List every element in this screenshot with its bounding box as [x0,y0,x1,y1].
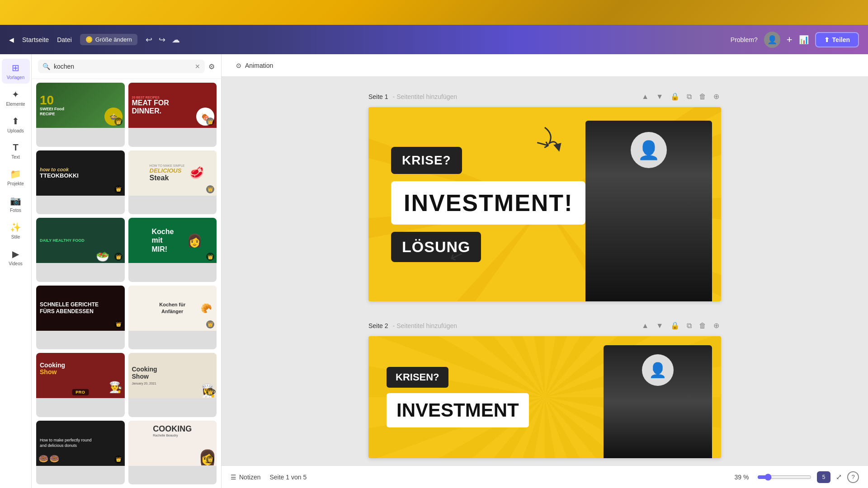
page-2-add[interactable]: ⊕ [712,319,721,332]
back-icon: ◀ [9,36,14,43]
sidebar-icons: ⊞ Vorlagen ✦ Elemente ⬆ Uploads T Text 📁… [0,54,32,488]
home-button[interactable]: Startseite [22,36,49,43]
sidebar-item-videos[interactable]: ▶ Videos [2,245,30,270]
file-button[interactable]: Datei [57,36,72,43]
page-section-1: Seite 1 - Seitentitel hinzufügen ▲ ▼ 🔒 ⧉… [368,90,721,301]
page-1-copy[interactable]: ⧉ [685,91,693,103]
add-collaborator-button[interactable]: + [787,34,793,46]
header-right: Problem? 👤 + 📊 ⬆ Teilen [731,32,859,48]
sidebar-item-elemente[interactable]: ✦ Elemente [2,85,30,110]
template-card-2[interactable]: 20 BEST RECIPES MEAT FORDINNER. 🍖 👑 [128,83,217,147]
bubble-krisen: KRISEN? [387,367,448,388]
pro-badge-9: PRO [72,389,89,395]
share-button[interactable]: ⬆ Teilen [815,32,859,47]
undo-button[interactable]: ↩ [146,35,152,45]
page-2-actions: ▲ ▼ 🔒 ⧉ 🗑 ⊕ [640,319,721,332]
slide1-layout: KRISE? INVESTMENT! LÖSUNG ↙ ↘ 👤 [368,107,721,301]
canvas-slide-1[interactable]: KRISE? INVESTMENT! LÖSUNG ↙ ↘ 👤 [368,107,721,301]
bubble-krise: KRISE? [391,147,462,174]
template-card-1[interactable]: 10 SWEEt FoodRECIPE 🍲 👑 [36,83,125,147]
header-actions: ↩ ↪ ☁ [146,35,180,45]
template-card-3[interactable]: how to cook TTEOKBOKKI 👑 [36,150,125,215]
search-clear-button[interactable]: ✕ [195,63,200,70]
template-card-6[interactable]: KochemitMIR! 👩 👑 [128,218,217,282]
template-card-10[interactable]: CookingShow January 20, 2021 👩‍🍳 👑 [128,353,217,417]
left-panel: 🔍 ✕ ⚙ 10 SWEEt FoodRECIPE 🍲 👑 [32,54,222,488]
page-1-collapse-up[interactable]: ▲ [640,91,651,103]
resize-button[interactable]: 🪙 Größe ändern [80,34,137,45]
template-card-4[interactable]: HOW TO MAKE SIMPLE DELICIOUS Steak 🥩 👑 [128,150,217,215]
sidebar-item-fotos[interactable]: 📷 Fotos [2,192,30,216]
sidebar-item-text[interactable]: T Text [2,139,30,163]
bottom-toolbar: ☰ Notizen Seite 1 von 5 39 % 5 ⤢ ? [222,465,868,488]
animation-button[interactable]: ⊙ Animation [231,59,278,72]
videos-icon: ▶ [12,249,19,259]
page-2-delete[interactable]: 🗑 [697,320,708,332]
page-2-lock[interactable]: 🔒 [669,319,681,332]
canvas-slide-2[interactable]: KRISEN? INVESTMENT 👤 [368,336,721,458]
fullscreen-button[interactable]: ⤢ [836,473,842,481]
elemente-label: Elemente [6,102,25,107]
crown-badge-8: 👑 [206,320,214,328]
crown-badge-1: 👑 [114,117,123,126]
user-avatar[interactable]: 👤 [764,32,780,48]
page-2-copy[interactable]: ⧉ [685,320,693,332]
slide1-person: 👤 [608,107,721,301]
zoom-percentage: 39 % [731,474,752,481]
problem-button[interactable]: Problem? [731,36,758,43]
slide1-text-area: KRISE? INVESTMENT! LÖSUNG ↙ ↘ [368,129,608,280]
crown-badge-4: 👑 [206,185,214,193]
template-card-9[interactable]: CookingShow 👨‍🍳 PRO [36,353,125,417]
text-icon: T [13,142,18,153]
template-card-11[interactable]: How to make perfectly roundand delicious… [36,421,125,485]
template-card-7[interactable]: SCHNELLE GERICHTEFÜRS ABENDESSEN 👑 [36,286,125,350]
template-card-12[interactable]: 👩 COOKING Rachelle Beaudry 👑 [128,421,217,485]
template-card-5[interactable]: DAILY HEALTHY FOOD 🥗 👑 [36,218,125,282]
projekte-icon: 📁 [10,169,21,179]
template-card-8[interactable]: Kochen fürAnfänger 🥐 👑 [128,286,217,350]
sidebar-item-stile[interactable]: ✨ Stile [2,218,30,243]
resize-icon: 🪙 [85,36,93,43]
page-section-2: Seite 2 - Seitentitel hinzufügen ▲ ▼ 🔒 ⧉… [368,319,721,458]
vorlagen-icon: ⊞ [12,62,19,73]
page-1-title: Seite 1 [368,93,388,100]
notes-button[interactable]: ☰ Notizen [231,474,260,481]
crown-badge-10: 👑 [206,388,214,396]
page-2-subtitle[interactable]: - Seitentitel hinzufügen [393,322,457,329]
page-1-collapse-down[interactable]: ▼ [654,91,665,103]
sidebar-item-uploads[interactable]: ⬆ Uploads [2,112,30,137]
sidebar-item-projekte[interactable]: 📁 Projekte [2,165,30,190]
search-bar: 🔍 ✕ ⚙ [32,54,221,79]
uploads-icon: ⬆ [12,116,19,127]
sidebar-item-vorlagen[interactable]: ⊞ Vorlagen [2,59,30,84]
stile-icon: ✨ [10,222,21,233]
search-filter-button[interactable]: ⚙ [208,62,215,71]
crown-badge-7: 👑 [114,320,123,328]
cloud-save-button[interactable]: ☁ [172,35,180,45]
page-1-subtitle[interactable]: - Seitentitel hinzufügen [393,93,457,100]
header-toolbar: ◀ Startseite Datei 🪙 Größe ändern ↩ ↪ ☁ … [0,25,868,54]
canvas-scroll[interactable]: Seite 1 - Seitentitel hinzufügen ▲ ▼ 🔒 ⧉… [222,77,868,465]
crown-badge-6: 👑 [206,253,214,261]
page-1-add[interactable]: ⊕ [712,90,721,103]
search-input[interactable] [54,63,191,70]
slide-1-content: KRISE? INVESTMENT! LÖSUNG ↙ ↘ 👤 [368,107,721,301]
resize-label: Größe ändern [95,36,132,43]
redo-button[interactable]: ↪ [159,35,165,45]
main-layout: ⊞ Vorlagen ✦ Elemente ⬆ Uploads T Text 📁… [0,54,868,488]
view-pages-button[interactable]: 5 [817,471,830,483]
canvas-area: ⊙ Animation Seite 1 - Seitentitel hinzuf… [222,54,868,488]
page-1-delete[interactable]: 🗑 [697,91,708,103]
page-2-collapse-down[interactable]: ▼ [654,320,665,332]
page-2-collapse-up[interactable]: ▲ [640,320,651,332]
videos-label: Videos [9,261,22,266]
page-1-lock[interactable]: 🔒 [669,90,681,103]
back-button[interactable]: ◀ [9,36,14,43]
zoom-slider[interactable] [757,474,811,481]
top-decorative-bar [0,0,868,25]
bubble-investment: INVESTMENT! [391,181,585,225]
help-button[interactable]: ? [847,471,859,483]
page-2-title: Seite 2 [368,322,388,329]
stats-button[interactable]: 📊 [799,35,809,45]
bubble-loesung: LÖSUNG [391,232,481,262]
